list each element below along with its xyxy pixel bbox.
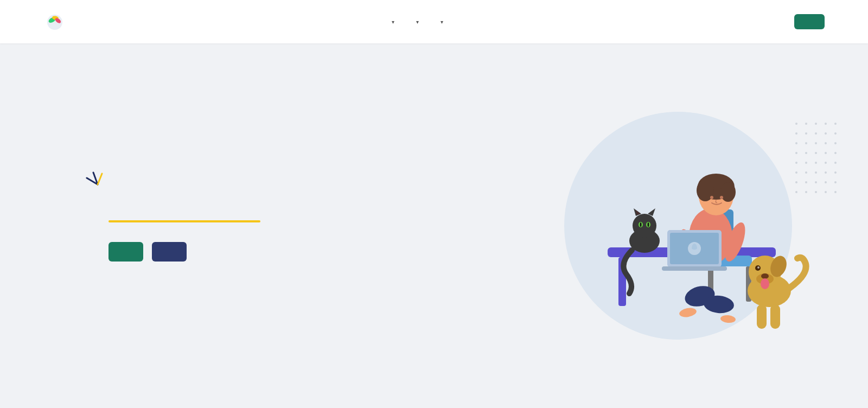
nav-links: ▾ ▾ ▾ bbox=[390, 19, 463, 25]
nav-item-resources[interactable]: ▾ bbox=[438, 19, 443, 25]
svg-rect-49 bbox=[770, 304, 780, 329]
hero-section: // Generate dots const dp = document.que… bbox=[0, 43, 868, 408]
svg-point-38 bbox=[640, 222, 642, 227]
hero-buttons bbox=[108, 242, 260, 262]
navbar: ▾ ▾ ▾ bbox=[0, 0, 868, 43]
svg-point-17 bbox=[720, 315, 736, 323]
watch-demo-button[interactable] bbox=[152, 242, 187, 262]
hero-content bbox=[108, 179, 260, 272]
nav-item-solutions[interactable]: ▾ bbox=[390, 19, 394, 25]
svg-point-29 bbox=[710, 196, 713, 199]
svg-point-39 bbox=[648, 222, 649, 227]
svg-point-32 bbox=[633, 214, 656, 238]
svg-point-47 bbox=[761, 278, 769, 289]
svg-point-30 bbox=[720, 196, 723, 199]
nav-item-features[interactable]: ▾ bbox=[414, 19, 419, 25]
nav-right bbox=[781, 14, 825, 29]
nav-start-trial-button[interactable] bbox=[794, 14, 825, 29]
hero-title bbox=[108, 179, 260, 214]
svg-point-16 bbox=[679, 307, 697, 318]
logo-link[interactable] bbox=[43, 10, 71, 33]
hero-svg-illustration bbox=[553, 95, 825, 356]
logo-icon bbox=[43, 10, 66, 33]
chevron-down-icon: ▾ bbox=[392, 19, 394, 25]
svg-point-43 bbox=[761, 273, 769, 279]
svg-rect-24 bbox=[662, 266, 727, 271]
chevron-down-icon: ▾ bbox=[416, 19, 419, 25]
chevron-down-icon: ▾ bbox=[441, 19, 443, 25]
svg-line-6 bbox=[98, 174, 102, 184]
svg-point-45 bbox=[757, 266, 760, 269]
hero-illustration: // Generate dots const dp = document.que… bbox=[553, 95, 825, 356]
dot-pattern-decoration: // Generate dots const dp = document.que… bbox=[795, 123, 841, 197]
svg-rect-48 bbox=[757, 304, 767, 329]
start-free-trial-button[interactable] bbox=[108, 242, 143, 262]
svg-point-28 bbox=[720, 182, 736, 202]
sparkle-decoration bbox=[81, 163, 114, 190]
hero-underline bbox=[108, 220, 260, 222]
